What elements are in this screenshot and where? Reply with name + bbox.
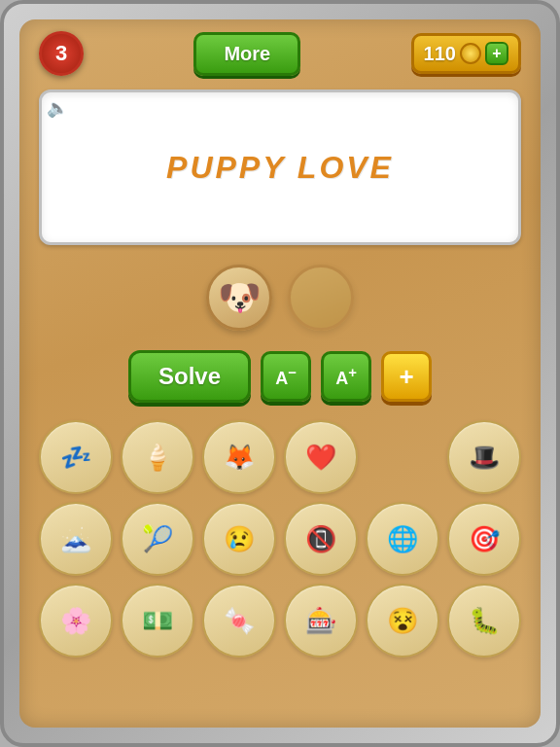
emoji-no-phone[interactable]: 📵 [284, 502, 358, 576]
emoji-grid: 💤 🍦 🦊 ❤️ 🎩 🗻 🎾 😢 📵 🌐 🎯 🌸 💵 🍬 🎰 😵 🐛 [39, 420, 521, 658]
emoji-caterpillar[interactable]: 🐛 [447, 584, 521, 658]
emoji-heart[interactable]: ❤️ [284, 420, 358, 494]
emoji-tennis[interactable]: 🎾 [121, 502, 194, 576]
emoji-globe[interactable]: 🌐 [366, 502, 439, 576]
action-row: Solve A− A+ + [128, 350, 432, 403]
top-bar: 3 More 110 + [39, 31, 521, 76]
emoji-slots: 🐶 [206, 265, 354, 331]
emoji-cherry-blossom[interactable]: 🌸 [39, 584, 113, 658]
level-number: 3 [55, 41, 67, 66]
emoji-sad[interactable]: 😢 [202, 502, 276, 576]
emoji-empty-1 [366, 420, 439, 494]
emoji-mountain[interactable]: 🗻 [39, 502, 113, 576]
emoji-money[interactable]: 💵 [121, 584, 194, 658]
add-letter-button[interactable]: A+ [321, 351, 371, 402]
add-coins-button[interactable]: + [485, 42, 508, 65]
hint-plus-icon: + [399, 362, 413, 392]
emoji-fox[interactable]: 🦊 [202, 420, 276, 494]
sound-icon[interactable]: 🔈 [47, 97, 68, 119]
game-board: 3 More 110 + 🔈 PUPPY LOVE 🐶 Solve A− [19, 19, 541, 728]
outer-frame: 3 More 110 + 🔈 PUPPY LOVE 🐶 Solve A− [0, 0, 560, 747]
coins-display: 110 + [411, 33, 521, 74]
emoji-top-hat[interactable]: 🎩 [447, 420, 521, 494]
emoji-target[interactable]: 🎯 [447, 502, 521, 576]
answer-text: PUPPY LOVE [166, 150, 394, 186]
slot-1[interactable]: 🐶 [206, 265, 272, 331]
remove-letter-button[interactable]: A− [261, 351, 311, 402]
emoji-dizzy[interactable]: 😵 [366, 584, 439, 658]
coin-count: 110 [424, 43, 456, 65]
hint-plus-button[interactable]: + [381, 351, 432, 402]
coin-icon [460, 43, 481, 64]
emoji-candy[interactable]: 🍬 [202, 584, 276, 658]
slot-2[interactable] [288, 265, 354, 331]
emoji-slot-machine[interactable]: 🎰 [284, 584, 358, 658]
answer-box: PUPPY LOVE [39, 89, 521, 245]
level-badge: 3 [39, 31, 84, 76]
emoji-zzz[interactable]: 💤 [39, 420, 113, 494]
emoji-ice-cream[interactable]: 🍦 [121, 420, 194, 494]
solve-button[interactable]: Solve [128, 350, 251, 403]
more-button[interactable]: More [193, 32, 300, 76]
